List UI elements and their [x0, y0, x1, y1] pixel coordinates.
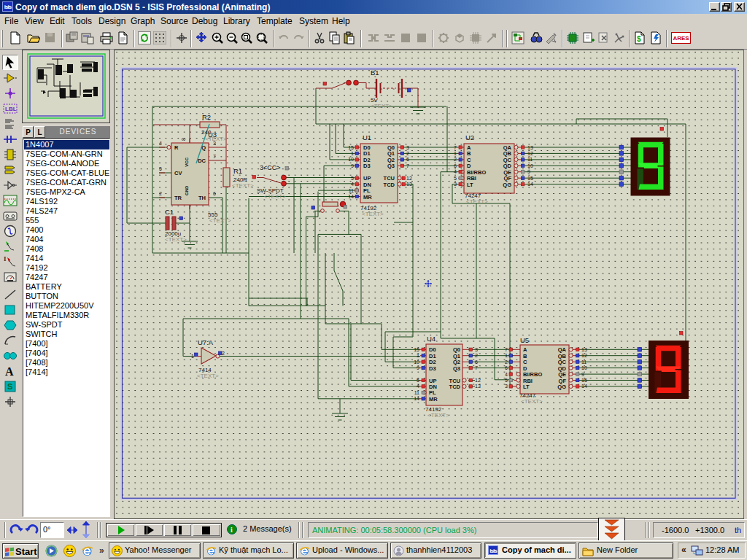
svg-text:MR: MR [363, 194, 372, 201]
svg-text:2: 2 [475, 353, 478, 358]
svg-text:14: 14 [581, 384, 587, 389]
svg-text:A: A [5, 365, 14, 378]
svg-text:MR: MR [429, 396, 438, 402]
svg-text:LBL: LBL [5, 106, 17, 112]
svg-text:14: 14 [348, 194, 354, 199]
svg-text:9: 9 [527, 169, 530, 174]
svg-text:R2: R2 [202, 113, 211, 121]
svg-text:3: 3 [406, 145, 409, 150]
svg-text:LT: LT [523, 384, 530, 390]
svg-text:12: 12 [527, 151, 533, 156]
svg-text:13: 13 [527, 145, 533, 150]
svg-text:B1: B1 [371, 69, 379, 77]
svg-text:10: 10 [414, 359, 419, 365]
svg-text:12: 12 [406, 176, 412, 181]
svg-text:14: 14 [527, 182, 533, 187]
svg-text:2: 2 [505, 359, 508, 365]
svg-text:15: 15 [581, 378, 587, 383]
svg-text:15: 15 [414, 347, 419, 352]
svg-text:13: 13 [406, 182, 412, 187]
svg-text:4: 4 [417, 384, 419, 389]
svg-text:6: 6 [406, 157, 409, 162]
svg-text:8: 8 [181, 138, 186, 141]
svg-text:6: 6 [454, 163, 457, 168]
svg-text:I: I [4, 255, 7, 262]
svg-text:3: 3 [505, 384, 508, 389]
svg-text:TCD: TCD [384, 182, 395, 188]
svg-text:QG: QG [557, 384, 566, 390]
svg-text:U2: U2 [465, 133, 474, 141]
svg-text:13: 13 [475, 384, 481, 389]
svg-text:VCC: VCC [185, 157, 189, 166]
svg-text:9: 9 [581, 372, 584, 377]
svg-text:7: 7 [475, 365, 478, 370]
svg-text:12: 12 [475, 378, 481, 383]
svg-text:5: 5 [159, 166, 162, 171]
svg-text:2: 2 [159, 191, 162, 196]
svg-text:R: R [174, 144, 179, 151]
svg-text:S: S [7, 382, 12, 391]
svg-text:<TEXT>: <TEXT> [371, 103, 392, 109]
svg-text:<TEXT>: <TEXT> [165, 236, 187, 243]
svg-text:3<CC>: 3<CC> [260, 164, 281, 171]
svg-text:R1: R1 [233, 167, 242, 175]
svg-text:12: 12 [581, 353, 587, 358]
svg-text:6: 6 [213, 191, 216, 196]
svg-text:i: i [231, 526, 233, 534]
svg-text:GND: GND [185, 185, 189, 195]
svg-text:Q3: Q3 [453, 365, 460, 372]
svg-text:15: 15 [348, 145, 354, 150]
svg-text:2: 2 [222, 351, 225, 356]
svg-text:7: 7 [406, 163, 409, 168]
svg-text:Q3: Q3 [387, 163, 395, 169]
svg-text:LT: LT [467, 182, 473, 188]
svg-text:2: 2 [406, 151, 409, 156]
svg-text:6: 6 [505, 365, 508, 370]
svg-text:6: 6 [475, 359, 478, 365]
svg-text:<TEXT>: <TEXT> [466, 198, 488, 205]
svg-text:5: 5 [351, 176, 354, 181]
svg-text:U1: U1 [363, 133, 371, 141]
svg-text:D3: D3 [363, 163, 371, 169]
svg-text:7: 7 [454, 145, 457, 150]
svg-text:5: 5 [505, 378, 508, 383]
svg-text:U7:A: U7:A [198, 338, 214, 346]
svg-text:TCD: TCD [449, 384, 461, 390]
svg-text:11: 11 [581, 359, 587, 365]
svg-text:Q: Q [201, 144, 206, 151]
svg-text:<TEXT>: <TEXT> [209, 217, 231, 224]
svg-text:1: 1 [417, 353, 419, 358]
svg-text:1: 1 [351, 151, 354, 156]
svg-text:<TEXT>: <TEXT> [205, 136, 227, 142]
svg-text:10: 10 [527, 163, 533, 168]
svg-text:11: 11 [349, 188, 354, 193]
svg-text:4: 4 [351, 182, 354, 187]
svg-text:3: 3 [454, 182, 457, 187]
svg-text:4: 4 [454, 169, 457, 174]
svg-text:5: 5 [417, 378, 419, 383]
svg-text:<TEXT>: <TEXT> [362, 211, 384, 217]
svg-text:U4: U4 [427, 335, 436, 343]
svg-text:240: 240 [201, 129, 212, 136]
svg-text:1: 1 [191, 354, 194, 359]
svg-text:<TEXT>: <TEXT> [197, 373, 219, 379]
svg-text:TH: TH [198, 195, 206, 201]
svg-text:2: 2 [454, 157, 457, 162]
svg-text:14: 14 [414, 396, 419, 401]
svg-text:<TEXT>: <TEXT> [232, 182, 254, 189]
svg-text:U5: U5 [520, 336, 529, 344]
svg-text:DC: DC [198, 158, 206, 164]
svg-text:1: 1 [505, 353, 508, 358]
svg-text:4: 4 [505, 372, 508, 377]
svg-text:9: 9 [417, 365, 419, 370]
svg-text:CV: CV [174, 170, 182, 176]
svg-text:1: 1 [454, 151, 457, 156]
svg-text:5: 5 [454, 176, 457, 181]
svg-text:TR: TR [174, 195, 182, 201]
svg-text:10: 10 [581, 365, 587, 370]
svg-text:<TEXT>: <TEXT> [264, 193, 286, 200]
svg-text:7: 7 [505, 347, 508, 352]
svg-text:9: 9 [351, 163, 354, 168]
svg-text:D3: D3 [429, 365, 436, 372]
svg-text:<TEXT>: <TEXT> [521, 398, 543, 405]
